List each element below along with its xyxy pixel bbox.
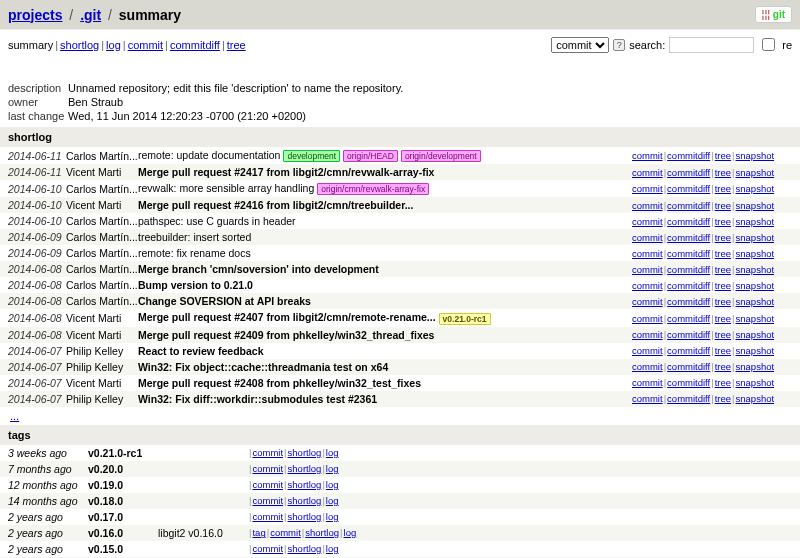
link-snapshot[interactable]: snapshot	[736, 329, 775, 340]
link-tree[interactable]: tree	[715, 280, 731, 291]
link-tree[interactable]: tree	[715, 393, 731, 404]
link-tree[interactable]: tree	[715, 313, 731, 324]
link-log[interactable]: log	[326, 479, 339, 490]
ref-badge[interactable]: v0.21.0-rc1	[439, 313, 491, 325]
link-tag[interactable]: tag	[252, 527, 265, 538]
link-shortlog[interactable]: shortlog	[288, 479, 322, 490]
link-snapshot[interactable]: snapshot	[736, 345, 775, 356]
tag-name[interactable]: v0.21.0-rc1	[88, 447, 158, 459]
link-log[interactable]: log	[326, 447, 339, 458]
link-log[interactable]: log	[344, 527, 357, 538]
commit-message[interactable]: Merge pull request #2407 from libgit2/cm…	[138, 311, 632, 324]
link-shortlog[interactable]: shortlog	[288, 511, 322, 522]
link-commit[interactable]: commit	[632, 280, 663, 291]
git-logo[interactable]: ¦¦¦ git	[755, 6, 792, 23]
link-commit[interactable]: commit	[632, 183, 663, 194]
link-snapshot[interactable]: snapshot	[736, 248, 775, 259]
link-commit[interactable]: commit	[252, 495, 283, 506]
tag-name[interactable]: v0.20.0	[88, 463, 158, 475]
link-log[interactable]: log	[326, 495, 339, 506]
link-commit[interactable]: commit	[632, 248, 663, 259]
link-tree[interactable]: tree	[715, 345, 731, 356]
link-snapshot[interactable]: snapshot	[736, 313, 775, 324]
link-snapshot[interactable]: snapshot	[736, 150, 775, 161]
help-icon[interactable]: ?	[613, 39, 625, 51]
link-commit[interactable]: commit	[632, 361, 663, 372]
link-tree[interactable]: tree	[715, 167, 731, 178]
link-commit[interactable]: commit	[632, 345, 663, 356]
link-shortlog[interactable]: shortlog	[288, 447, 322, 458]
link-shortlog[interactable]: shortlog	[288, 495, 322, 506]
breadcrumb-repo[interactable]: .git	[80, 7, 101, 23]
shortlog-more[interactable]: ...	[0, 407, 800, 425]
commit-message[interactable]: Merge pull request #2417 from libgit2/cm…	[138, 166, 632, 178]
link-log[interactable]: log	[326, 511, 339, 522]
link-snapshot[interactable]: snapshot	[736, 264, 775, 275]
regex-checkbox[interactable]	[762, 38, 775, 51]
commit-message[interactable]: React to review feedback	[138, 345, 632, 357]
link-snapshot[interactable]: snapshot	[736, 200, 775, 211]
link-snapshot[interactable]: snapshot	[736, 167, 775, 178]
ref-badge[interactable]: development	[283, 150, 340, 162]
ref-badge[interactable]: origin/HEAD	[343, 150, 398, 162]
link-tree[interactable]: tree	[715, 232, 731, 243]
commit-message[interactable]: Merge branch 'cmn/soversion' into develo…	[138, 263, 632, 275]
link-commitdiff[interactable]: commitdiff	[667, 216, 710, 227]
ref-badge[interactable]: origin/development	[401, 150, 481, 162]
link-commit[interactable]: commit	[252, 479, 283, 490]
link-commit[interactable]: commit	[632, 313, 663, 324]
commit-message[interactable]: Win32: Fix diff::workdir::submodules tes…	[138, 393, 632, 405]
link-commit[interactable]: commit	[632, 393, 663, 404]
link-shortlog[interactable]: shortlog	[288, 543, 322, 554]
link-log[interactable]: log	[326, 463, 339, 474]
link-commitdiff[interactable]: commitdiff	[667, 200, 710, 211]
link-commit[interactable]: commit	[270, 527, 301, 538]
commit-message[interactable]: treebuilder: insert sorted	[138, 231, 632, 243]
tag-name[interactable]: v0.15.0	[88, 543, 158, 555]
ref-badge[interactable]: origin/cmn/revwalk-array-fix	[317, 183, 429, 195]
link-shortlog[interactable]: shortlog	[305, 527, 339, 538]
link-tree[interactable]: tree	[715, 377, 731, 388]
search-type-select[interactable]: commit	[551, 37, 609, 53]
commit-message[interactable]: Merge pull request #2409 from phkelley/w…	[138, 329, 632, 341]
link-commit[interactable]: commit	[632, 150, 663, 161]
link-tree[interactable]: tree	[715, 264, 731, 275]
link-commitdiff[interactable]: commitdiff	[667, 150, 710, 161]
link-commit[interactable]: commit	[632, 296, 663, 307]
link-commitdiff[interactable]: commitdiff	[667, 167, 710, 178]
commit-message[interactable]: revwalk: more sensible array handlingori…	[138, 182, 632, 195]
link-commitdiff[interactable]: commitdiff	[667, 329, 710, 340]
tag-name[interactable]: v0.16.0	[88, 527, 158, 539]
link-snapshot[interactable]: snapshot	[736, 393, 775, 404]
link-commit[interactable]: commit	[632, 377, 663, 388]
link-commitdiff[interactable]: commitdiff	[667, 183, 710, 194]
link-commit[interactable]: commit	[252, 463, 283, 474]
link-snapshot[interactable]: snapshot	[736, 232, 775, 243]
link-tree[interactable]: tree	[715, 296, 731, 307]
link-commitdiff[interactable]: commitdiff	[667, 232, 710, 243]
link-tree[interactable]: tree	[715, 183, 731, 194]
nav-shortlog[interactable]: shortlog	[60, 39, 99, 51]
link-commit[interactable]: commit	[632, 329, 663, 340]
commit-message[interactable]: Change SOVERSION at API breaks	[138, 295, 632, 307]
commit-message[interactable]: remote: fix rename docs	[138, 247, 632, 259]
commit-message[interactable]: Merge pull request #2408 from phkelley/w…	[138, 377, 632, 389]
breadcrumb-projects[interactable]: projects	[8, 7, 62, 23]
nav-commitdiff[interactable]: commitdiff	[170, 39, 220, 51]
link-commit[interactable]: commit	[632, 232, 663, 243]
link-commit[interactable]: commit	[252, 511, 283, 522]
link-tree[interactable]: tree	[715, 248, 731, 259]
link-commitdiff[interactable]: commitdiff	[667, 393, 710, 404]
link-tree[interactable]: tree	[715, 150, 731, 161]
commit-message[interactable]: Win32: Fix object::cache::threadmania te…	[138, 361, 632, 373]
search-input[interactable]	[669, 37, 754, 53]
link-snapshot[interactable]: snapshot	[736, 280, 775, 291]
link-snapshot[interactable]: snapshot	[736, 296, 775, 307]
link-commit[interactable]: commit	[632, 216, 663, 227]
link-commitdiff[interactable]: commitdiff	[667, 345, 710, 356]
link-commitdiff[interactable]: commitdiff	[667, 264, 710, 275]
link-commitdiff[interactable]: commitdiff	[667, 248, 710, 259]
commit-message[interactable]: pathspec: use C guards in header	[138, 215, 632, 227]
link-shortlog[interactable]: shortlog	[288, 463, 322, 474]
link-snapshot[interactable]: snapshot	[736, 183, 775, 194]
